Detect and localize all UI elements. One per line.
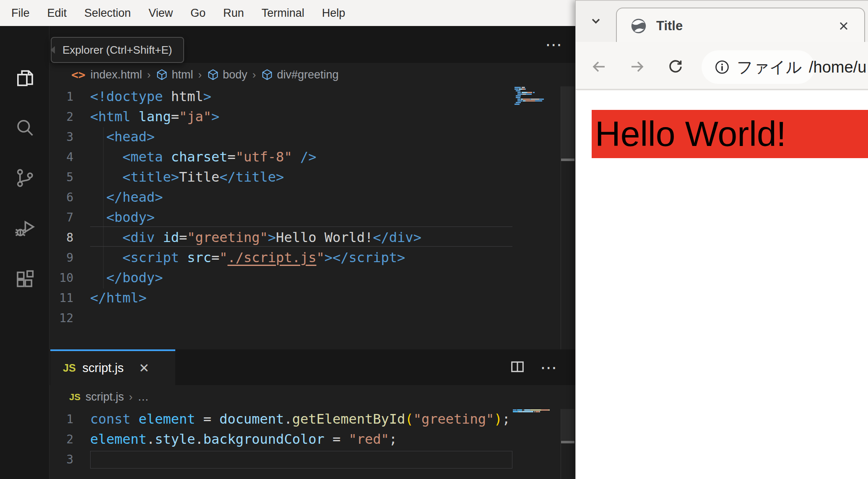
code-line[interactable]: 5 <title>Title</title> (49, 167, 575, 187)
site-info-chip[interactable]: ファイル (702, 50, 815, 84)
code-text: <body> (90, 209, 155, 225)
source-control-icon[interactable] (0, 158, 49, 198)
line-number: 2 (49, 110, 73, 124)
chevron-right-icon: › (252, 68, 256, 81)
menu-item-help[interactable]: Help (313, 7, 354, 20)
code-line[interactable]: 4 <meta charset="utf-8" /> (49, 147, 575, 167)
html-code-editor[interactable]: 1<!doctype html>2<html lang="ja">3 <head… (49, 86, 575, 328)
code-line[interactable]: 11</html> (49, 288, 575, 308)
panel-tab-strip: JS script.js ✕ ⋯ (49, 349, 575, 385)
code-tag-icon: <> (71, 68, 86, 82)
scrollbar-thumb[interactable] (561, 409, 574, 443)
vscode-window: FileEditSelectionViewGoRunTerminalHelp ⋯… (0, 0, 575, 479)
breadcrumb-more[interactable]: … (138, 390, 149, 404)
chip-label: ファイル (737, 57, 802, 78)
line-number: 4 (49, 150, 73, 164)
line-number: 3 (49, 130, 73, 144)
code-text: <!doctype html> (90, 89, 211, 104)
close-icon[interactable] (837, 8, 850, 44)
js-code-editor[interactable]: 1const element = document.getElementById… (49, 409, 575, 469)
explorer-files-icon[interactable] (0, 57, 49, 98)
menu-item-run[interactable]: Run (214, 7, 253, 20)
browser-tab-strip: Title (576, 0, 868, 42)
activity-bar (0, 26, 49, 479)
scrollbar-thumb[interactable] (561, 86, 574, 160)
browser-page: Hello World! (576, 91, 868, 479)
search-icon[interactable] (0, 108, 49, 148)
run-and-debug-icon[interactable] (0, 208, 49, 248)
editor-more-actions-icon[interactable]: ⋯ (545, 26, 564, 63)
reload-icon[interactable] (666, 57, 685, 78)
browser-tab-title: Title (656, 18, 683, 34)
code-line[interactable]: 9 <script src="./script.js"></script> (49, 247, 575, 268)
address-bar[interactable]: /home/u (809, 50, 866, 84)
close-icon[interactable]: ✕ (139, 361, 149, 375)
tab-search-chevron-icon[interactable] (588, 13, 603, 30)
menu-item-view[interactable]: View (140, 7, 182, 20)
code-text: const element = document.getElementById(… (90, 411, 510, 427)
symbol-cube-icon (156, 68, 168, 81)
code-line[interactable]: 3 <head> (49, 127, 575, 147)
code-text: element.style.backgroundColor = "red"; (90, 431, 397, 447)
symbol-cube-icon (207, 68, 219, 81)
breadcrumb-file[interactable]: index.html (91, 68, 142, 81)
scrollbar-thumb-edge (561, 441, 574, 443)
explorer-tooltip: Explorer (Ctrl+Shift+E) (51, 37, 184, 63)
scrollbar-thumb-edge (561, 159, 574, 161)
code-line[interactable]: 8 <div id="greeting">Hello World!</div> (49, 227, 575, 247)
forward-icon[interactable] (628, 57, 646, 78)
line-number: 2 (49, 432, 73, 446)
line-number: 11 (49, 291, 73, 305)
menu-item-edit[interactable]: Edit (39, 7, 76, 20)
minimap[interactable] (513, 409, 550, 414)
screen: FileEditSelectionViewGoRunTerminalHelp ⋯… (0, 0, 868, 479)
code-text: </html> (90, 290, 147, 306)
line-number: 3 (49, 453, 73, 466)
breadcrumb[interactable]: <> index.html › html › body › div#greeti… (49, 63, 575, 86)
tab-label: script.js (83, 361, 124, 375)
minimap[interactable] (515, 87, 544, 107)
breadcrumb-segment[interactable]: html (172, 68, 193, 81)
code-line[interactable]: 2<html lang="ja"> (49, 107, 575, 127)
code-line[interactable]: 7 <body> (49, 207, 575, 227)
more-actions-icon[interactable]: ⋯ (540, 358, 559, 377)
menu-item-terminal[interactable]: Terminal (253, 7, 313, 20)
line-number: 8 (49, 231, 73, 245)
code-text: </body> (90, 270, 163, 286)
line-number: 10 (49, 271, 73, 285)
menu-item-file[interactable]: File (3, 7, 39, 20)
chevron-right-icon: › (147, 68, 151, 81)
back-icon[interactable] (590, 57, 608, 78)
chevron-right-icon: › (129, 390, 133, 404)
menu-item-selection[interactable]: Selection (75, 7, 140, 20)
split-editor-icon[interactable] (509, 358, 526, 377)
code-text: <head> (90, 129, 155, 145)
breadcrumb[interactable]: JS script.js › … (49, 385, 575, 409)
line-number: 1 (49, 90, 73, 104)
line-number: 12 (49, 311, 73, 325)
code-text: <meta charset="utf-8" /> (90, 149, 316, 165)
code-line[interactable]: 10 </body> (49, 268, 575, 288)
code-line[interactable]: 2element.style.backgroundColor = "red"; (49, 429, 575, 449)
code-line[interactable]: 1const element = document.getElementById… (49, 409, 575, 429)
code-line[interactable]: 12 (49, 308, 575, 328)
line-number: 7 (49, 211, 73, 224)
code-line[interactable]: 6 </head> (49, 187, 575, 207)
extensions-icon[interactable] (0, 259, 49, 299)
menu-item-go[interactable]: Go (182, 7, 214, 20)
breadcrumb-segment[interactable]: div#greeting (277, 68, 338, 81)
tab-script-js[interactable]: JS script.js ✕ (50, 349, 175, 385)
line-number: 9 (49, 251, 73, 265)
code-line[interactable]: 1<!doctype html> (49, 86, 575, 107)
browser-window: Title ファイル /home/u (575, 0, 868, 479)
code-text: </head> (90, 189, 163, 205)
code-line[interactable]: 3 (49, 449, 575, 469)
breadcrumb-file[interactable]: script.js (86, 390, 124, 404)
code-text: <html lang="ja"> (90, 109, 219, 125)
line-number: 6 (49, 190, 73, 204)
breadcrumb-segment[interactable]: body (223, 68, 247, 81)
code-text: <title>Title</title> (90, 169, 284, 185)
js-file-icon: JS (63, 362, 76, 374)
browser-tab[interactable]: Title (616, 8, 865, 44)
chevron-right-icon: › (198, 68, 202, 81)
